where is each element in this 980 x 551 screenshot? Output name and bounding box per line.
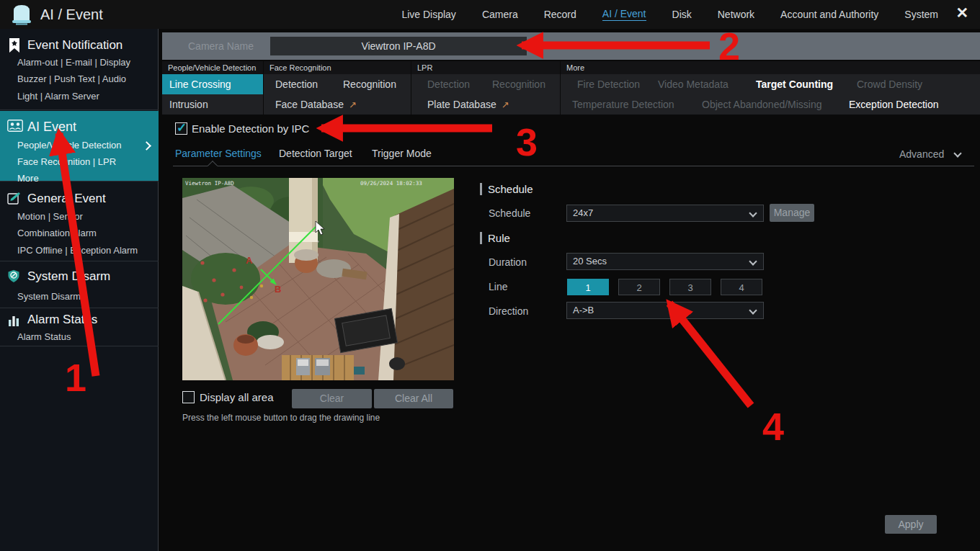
sidebar-section-alarm-status[interactable]: Alarm Status Alarm Status bbox=[0, 309, 159, 346]
main-nav: Live Display Camera Record AI / Event Di… bbox=[401, 0, 938, 29]
chevron-right-icon[interactable] bbox=[142, 141, 151, 151]
sidebar-section-system-disarm[interactable]: System Disarm System Disarm bbox=[0, 262, 159, 308]
camera-scene: A B Viewtron IP-A8D 09/26/2024 18:02:33 bbox=[182, 178, 454, 380]
tab-group-more: More Fire Detection Video Metadata Targe… bbox=[560, 61, 980, 115]
external-link-icon: ↗ bbox=[502, 99, 509, 110]
tab-group-lpr: LPR Detection Recognition Plate Database… bbox=[411, 61, 560, 115]
sidebar-section-event-notification[interactable]: Event Notification Alarm-out | E-mail | … bbox=[0, 29, 159, 110]
close-icon[interactable]: ✕ bbox=[956, 4, 968, 22]
tab-group-header: Face Recognition bbox=[264, 61, 411, 74]
nav-account-authority[interactable]: Account and Authority bbox=[780, 9, 878, 20]
sidebar-item-ipc-offline-exception-alarm[interactable]: IPC Offline | Exception Alarm bbox=[17, 245, 138, 256]
schedule-label: Schedule bbox=[489, 207, 530, 219]
sidebar-item-people-vehicle-detection[interactable]: People/Vehicle Detection bbox=[17, 140, 122, 151]
tab-intrusion[interactable]: Intrusion bbox=[169, 94, 208, 115]
line-label: Line bbox=[489, 281, 507, 292]
clear-button[interactable]: Clear bbox=[292, 389, 372, 408]
display-all-area-label: Display all area bbox=[200, 391, 274, 403]
main-panel: Camera Name Viewtron IP-A8D People/Vehic… bbox=[159, 29, 980, 551]
check-icon: ✓ bbox=[177, 120, 187, 135]
section-bar bbox=[480, 183, 482, 195]
tab-temperature-detection: Temperature Detection bbox=[572, 94, 674, 115]
camera-name-dropdown[interactable]: Viewtron IP-A8D bbox=[270, 37, 527, 55]
line-button-3[interactable]: 3 bbox=[669, 279, 711, 295]
tab-group-face-recognition: Face Recognition Detection Recognition F… bbox=[263, 61, 411, 115]
direction-dropdown[interactable]: A->B bbox=[566, 302, 764, 319]
enable-detection-checkbox[interactable]: ✓ bbox=[175, 122, 187, 135]
display-all-area-checkbox[interactable] bbox=[182, 391, 195, 403]
nav-record[interactable]: Record bbox=[544, 9, 576, 20]
section-bar bbox=[480, 232, 482, 244]
tab-video-metadata: Video Metadata bbox=[658, 74, 729, 94]
feature-tab-strip: People/Vehicle Detection Line Crossing I… bbox=[162, 61, 980, 115]
external-link-icon: ↗ bbox=[349, 99, 357, 110]
camera-preview[interactable]: A B Viewtron IP-A8D 09/26/2024 18:02:33 bbox=[182, 178, 454, 380]
nav-live-display[interactable]: Live Display bbox=[401, 9, 455, 20]
dome-camera-icon bbox=[9, 4, 35, 25]
sidebar-item-face-recognition-lpr[interactable]: Face Recognition | LPR bbox=[17, 156, 116, 167]
tab-detection-target[interactable]: Detection Target bbox=[279, 148, 352, 159]
active-tab-notch bbox=[208, 161, 218, 171]
sidebar-item-alarm-status[interactable]: Alarm Status bbox=[17, 331, 71, 342]
advanced-toggle[interactable]: Advanced bbox=[899, 148, 944, 160]
tab-lpr-detection: Detection bbox=[427, 74, 470, 94]
schedule-dropdown[interactable]: 24x7 bbox=[566, 205, 764, 222]
nav-disk[interactable]: Disk bbox=[672, 9, 692, 20]
sidebar-item-light-alarm-server[interactable]: Light | Alarm Server bbox=[17, 91, 99, 102]
section-title: Alarm Status bbox=[27, 313, 97, 327]
drawing-hint: Press the left mouse button to drag the … bbox=[182, 413, 380, 423]
camera-name-bar: Camera Name Viewtron IP-A8D bbox=[162, 32, 980, 60]
sidebar-item-system-disarm[interactable]: System Disarm bbox=[17, 291, 81, 302]
tab-lpr-recognition: Recognition bbox=[492, 74, 545, 94]
tab-parameter-settings[interactable]: Parameter Settings bbox=[175, 148, 262, 159]
top-bar: AI / Event Live Display Camera Record AI… bbox=[0, 0, 980, 29]
line-button-4[interactable]: 4 bbox=[721, 279, 762, 295]
sidebar-section-general-event[interactable]: General Event Motion | Sensor Combinatio… bbox=[0, 182, 159, 261]
tab-group-header: People/Vehicle Detection bbox=[162, 61, 263, 74]
tab-face-detection[interactable]: Detection bbox=[275, 74, 318, 94]
sidebar-item-alarm-out-email-display[interactable]: Alarm-out | E-mail | Display bbox=[17, 57, 130, 68]
manage-button[interactable]: Manage bbox=[770, 204, 814, 222]
section-title: Event Notification bbox=[27, 38, 122, 53]
nav-ai-event[interactable]: AI / Event bbox=[602, 8, 646, 21]
tab-group-header: More bbox=[561, 61, 980, 74]
bookmark-star-icon bbox=[7, 37, 22, 53]
tab-group-people-vehicle: People/Vehicle Detection Line Crossing I… bbox=[162, 61, 263, 115]
rule-section-title: Rule bbox=[488, 232, 510, 244]
tab-plate-database[interactable]: Plate Database↗ bbox=[427, 94, 509, 115]
duration-label: Duration bbox=[489, 256, 527, 268]
tab-trigger-mode[interactable]: Trigger Mode bbox=[372, 148, 432, 159]
nav-system[interactable]: System bbox=[904, 9, 938, 20]
nav-network[interactable]: Network bbox=[718, 9, 754, 20]
tab-fire-detection: Fire Detection bbox=[577, 74, 640, 94]
divider bbox=[173, 166, 974, 166]
bar-chart-icon bbox=[7, 314, 20, 327]
line-button-2[interactable]: 2 bbox=[618, 279, 660, 295]
tab-face-database[interactable]: Face Database↗ bbox=[275, 94, 357, 115]
line-endpoint-a-label: A bbox=[246, 255, 253, 266]
schedule-section-title: Schedule bbox=[488, 183, 533, 195]
sidebar-item-motion-sensor[interactable]: Motion | Sensor bbox=[17, 211, 83, 222]
general-event-icon bbox=[7, 192, 21, 205]
tab-crowd-density: Crowd Density bbox=[857, 74, 922, 94]
nav-camera[interactable]: Camera bbox=[482, 9, 518, 20]
clear-all-button[interactable]: Clear All bbox=[374, 389, 453, 408]
page-title: AI / Event bbox=[40, 0, 103, 29]
sidebar-item-combination-alarm[interactable]: Combination Alarm bbox=[17, 228, 97, 238]
duration-dropdown[interactable]: 20 Secs bbox=[566, 253, 764, 270]
shield-disarm-icon bbox=[7, 269, 20, 283]
line-button-1[interactable]: 1 bbox=[567, 279, 609, 295]
tab-group-header: LPR bbox=[411, 61, 560, 74]
sidebar-section-ai-event[interactable]: AI Event People/Vehicle Detection Face R… bbox=[0, 111, 159, 182]
tab-exception-detection[interactable]: Exception Detection bbox=[849, 94, 939, 115]
tab-face-recognition[interactable]: Recognition bbox=[343, 74, 396, 94]
tab-object-abandoned-missing: Object Abandoned/Missing bbox=[702, 94, 822, 115]
sidebar: Event Notification Alarm-out | E-mail | … bbox=[0, 29, 159, 551]
chevron-down-icon[interactable] bbox=[953, 149, 961, 157]
tab-target-counting[interactable]: Target Counting bbox=[756, 74, 833, 94]
apply-button[interactable]: Apply bbox=[885, 515, 937, 534]
section-title: System Disarm bbox=[27, 269, 110, 284]
ai-event-icon bbox=[7, 120, 23, 132]
sidebar-item-buzzer-pushtext-audio[interactable]: Buzzer | Push Text | Audio bbox=[17, 73, 126, 84]
tab-line-crossing[interactable]: Line Crossing bbox=[162, 74, 263, 94]
